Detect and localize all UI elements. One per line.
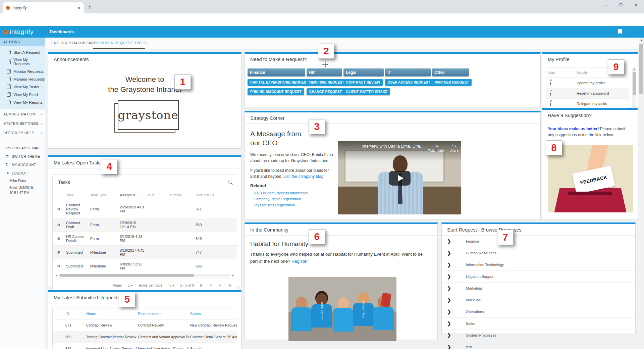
browser-tab[interactable]: Integrify ✕: [3, 2, 84, 13]
watch-later-button[interactable]: ◷Watch later: [428, 143, 445, 152]
user-access-request-button[interactable]: USER ACCESS REQUEST: [385, 79, 433, 86]
process-group-information-technology[interactable]: ❯Information Technology: [442, 259, 635, 271]
request-row[interactable]: 849Imported User Access Proces - MDR Imp…: [53, 343, 237, 349]
scrollbar-thumb[interactable]: [639, 44, 643, 94]
scroll-down-icon[interactable]: ▼: [633, 105, 635, 107]
sidebar-section-administration[interactable]: ADMINISTRATION›: [0, 109, 45, 119]
sidebar-item-view-my-reports[interactable]: View My Reports: [0, 98, 45, 106]
switch-theme-button[interactable]: ⇆SWITCH THEME: [0, 152, 45, 160]
ceo-video-player[interactable]: Interview with Babila Lima, Dire... ◷Wat…: [338, 141, 461, 214]
play-button[interactable]: [389, 171, 411, 186]
chevron-right-icon[interactable]: ❯: [447, 250, 451, 256]
tab-common-request-types[interactable]: COMMON REQUEST TYPES: [96, 38, 147, 48]
prev-page-button[interactable]: <: [210, 283, 212, 287]
process-group-human-resources[interactable]: ❯Human Resources: [442, 247, 635, 259]
process-group-finance[interactable]: ❯Finance: [442, 236, 635, 247]
profile-row[interactable]: Update my profile: [546, 78, 629, 88]
nav-dashboards[interactable]: Dashboards: [50, 26, 74, 38]
task-row[interactable]: ⚙ SubmittedMilestone 8/16/2017 4:43 PM74…: [53, 246, 237, 259]
new-hire-request-button[interactable]: NEW HIRE REQUEST: [307, 79, 347, 86]
page-scrollbar[interactable]: ▲: [639, 38, 644, 349]
window-close-button[interactable]: ✕: [629, 0, 644, 10]
external-link-icon[interactable]: [550, 91, 551, 96]
page-select[interactable]: 1 ▾: [128, 283, 132, 287]
sidebar-item-monitor-requests[interactable]: Monitor Requests: [0, 67, 45, 75]
feedback-illustration[interactable]: FEEDBACK: [548, 145, 633, 212]
scrollbar-thumb[interactable]: [60, 274, 194, 277]
chevron-right-icon[interactable]: ❯: [447, 333, 451, 338]
task-row[interactable]: ⚙ Contract Review RequestForm 2/26/2019 …: [53, 200, 237, 218]
sidebar-section-integrify-help[interactable]: INTEGRIFY HELP›: [0, 128, 45, 138]
sidebar-item-view-my-tasks[interactable]: View My Tasks: [0, 83, 45, 91]
col-task-type[interactable]: Task Type: [89, 190, 118, 200]
ideas-link[interactable]: Your ideas make us better!: [548, 127, 599, 131]
capital-expenditure-request-button[interactable]: CAPITAL EXPENDITURE REQUEST: [248, 79, 311, 86]
bookmark-icon[interactable]: [618, 29, 622, 35]
video-title[interactable]: Interview with Babila Lima, Dire...: [362, 144, 424, 149]
scroll-up-icon[interactable]: ▲: [633, 68, 635, 70]
chevron-right-icon[interactable]: ❯: [447, 309, 451, 314]
col-id[interactable]: ID: [64, 308, 85, 319]
chevron-right-icon[interactable]: ❯: [447, 321, 451, 326]
col-name[interactable]: Name: [85, 308, 137, 319]
profile-row[interactable]: Reset my password: [546, 88, 629, 99]
profile-row[interactable]: Delegate my tasks: [546, 99, 629, 109]
change-request-button[interactable]: CHANGE REQUEST: [307, 88, 344, 95]
col-assigned[interactable]: Assigned ↓: [118, 190, 147, 200]
new-tab-button[interactable]: +: [88, 3, 92, 11]
gear-icon[interactable]: ⚙: [53, 232, 65, 246]
pricing-discount-request-button[interactable]: PRICING DISCOUNT REQUEST: [248, 88, 304, 95]
task-row[interactable]: ⚙ HR Access DetailsForm 3/1/2018 4:13 PM…: [53, 232, 237, 246]
process-group-operations[interactable]: ❯Operations: [442, 306, 635, 318]
sidebar-item-start-a-request[interactable]: Start A Request: [0, 48, 45, 56]
col-process-name[interactable]: Process name: [137, 308, 189, 319]
sidebar-section-actions[interactable]: ACTIONS ⌄: [0, 38, 45, 46]
process-group-test[interactable]: ❯test: [442, 341, 635, 349]
integrify-logo[interactable]: integrify: [0, 26, 45, 38]
gear-icon[interactable]: ⚙: [53, 218, 65, 232]
scroll-up-icon[interactable]: ▲: [640, 39, 643, 42]
col-request-id[interactable]: Request ID: [194, 190, 237, 200]
contract-review-button[interactable]: CONTRACT REVIEW: [343, 79, 383, 86]
process-group-mockups[interactable]: ❯Mockups: [442, 294, 635, 306]
col-status[interactable]: Status: [189, 308, 237, 319]
sidebar-section-system-settings[interactable]: SYSTEM SETTINGS›: [0, 119, 45, 128]
profile-scrollbar[interactable]: ▲ ▼: [632, 67, 636, 108]
col-priority[interactable]: Priority: [169, 190, 194, 200]
register-link[interactable]: Register: [291, 259, 308, 264]
request-row[interactable]: 871Contract Review Contract ReviewNew Co…: [53, 319, 237, 331]
chevron-right-icon[interactable]: ❯: [447, 344, 451, 349]
gear-icon[interactable]: ⚙: [53, 259, 65, 273]
process-group-litigation-support[interactable]: ❯Litigation Support: [442, 271, 635, 283]
logout-button[interactable]: ⇥LOGOUT: [0, 169, 45, 177]
rows-per-page-select[interactable]: 5 ▾: [169, 283, 174, 287]
tab-close-icon[interactable]: ✕: [77, 6, 80, 10]
scroll-right-icon[interactable]: ►: [231, 274, 235, 277]
external-link-icon[interactable]: [550, 101, 551, 106]
chevron-right-icon[interactable]: ❯: [447, 286, 451, 291]
chevron-right-icon[interactable]: ❯: [447, 239, 451, 244]
window-minimize-button[interactable]: —: [598, 0, 613, 10]
my-account-button[interactable]: ↻MY ACCOUNT: [0, 160, 45, 169]
sidebar-item-manage-requests[interactable]: Manage Requests: [0, 75, 45, 83]
scrollbar-thumb[interactable]: [633, 72, 636, 95]
col-due[interactable]: Due: [147, 190, 169, 200]
scroll-left-icon[interactable]: ◄: [54, 274, 59, 277]
collapse-arrow-icon[interactable]: ←: [625, 28, 631, 35]
tab-end-user-dashboard[interactable]: END USER DASHBOARD: [51, 38, 97, 48]
collapse-nav-button[interactable]: ↘↖COLLAPSE NAV: [0, 144, 45, 152]
horizontal-scrollbar[interactable]: ◄ ►: [54, 273, 235, 278]
task-row[interactable]: ⚙ SubmittedMilestone 6/8/2017 2:13 PM686: [53, 259, 237, 273]
share-button[interactable]: ↪Share: [449, 143, 459, 152]
process-group-sales[interactable]: ❯Sales: [442, 318, 635, 330]
external-link-icon[interactable]: [550, 81, 551, 85]
col-task[interactable]: Task: [65, 190, 89, 200]
first-page-button[interactable]: |<: [200, 283, 203, 287]
client-matter-intake-button[interactable]: CLIENT MATTER INTAKE: [343, 88, 390, 95]
gear-icon[interactable]: ⚙: [53, 200, 65, 218]
chevron-right-icon[interactable]: ❯: [447, 274, 451, 279]
request-row[interactable]: 869Testing Contract/Vendor Review Contra…: [53, 331, 237, 343]
window-maximize-button[interactable]: ❐: [613, 0, 629, 10]
task-row[interactable]: ⚙ Contract DraftForm 2/20/2019 12:14 PM8…: [53, 218, 237, 232]
sidebar-item-view-my-feed[interactable]: View My Feed: [0, 91, 45, 98]
